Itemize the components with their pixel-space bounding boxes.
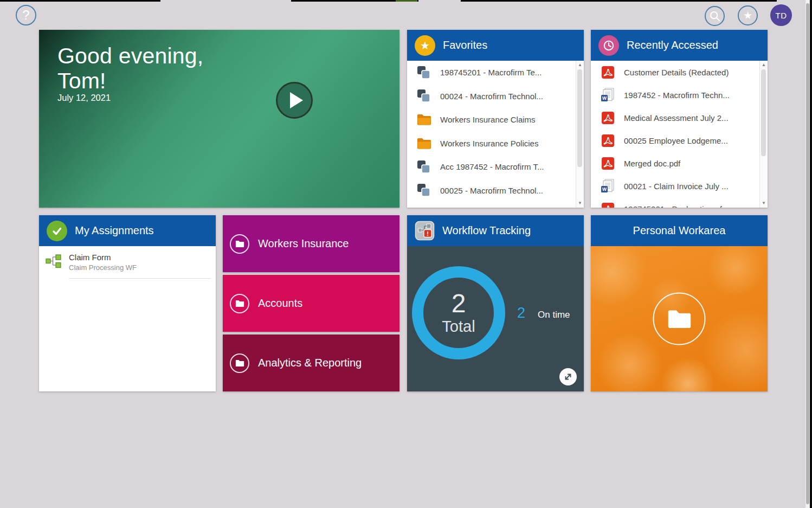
assignment-texts: Claim FormClaim Processing WF — [69, 253, 211, 279]
word-file-icon: W — [601, 88, 615, 102]
diagonal-resize-icon — [563, 372, 573, 382]
folder-icon — [417, 113, 431, 126]
recent-item[interactable]: 198745201 - Declaration of... — [591, 197, 759, 208]
assignment-item[interactable]: Claim FormClaim Processing WF — [39, 246, 216, 279]
page-scrollbar-thumb[interactable] — [806, 3, 809, 504]
expand-button[interactable] — [559, 368, 577, 385]
recent-item[interactable]: Customer Details (Redacted) — [591, 61, 759, 83]
folder-in-ring-icon — [230, 234, 249, 254]
recently-accessed-panel: Recently Accessed Customer Details (Reda… — [591, 30, 768, 208]
folder-in-ring-icon — [230, 294, 249, 313]
shortcut-tile-workers-insurance[interactable]: Workers Insurance — [223, 215, 399, 272]
assignments-list: Claim FormClaim Processing WF — [39, 246, 216, 279]
pdf-icon — [600, 111, 615, 125]
recently-accessed-scrollbar[interactable]: ▲ ▼ — [759, 61, 768, 208]
greeting-line1: Good evening, — [57, 44, 203, 69]
scrollbar-thumb[interactable] — [761, 69, 766, 156]
top-window-artifact — [461, 0, 777, 2]
pdf-file-icon — [601, 202, 615, 208]
workflow-ontime-value: 2 — [517, 305, 525, 321]
item-label: 00021 - Claim Invoice July ... — [624, 182, 729, 191]
top-window-artifact-green — [395, 0, 418, 2]
svg-text:W: W — [602, 187, 607, 192]
workflow-map-icon — [46, 253, 63, 272]
workflow-alert-icon: ! — [415, 221, 435, 241]
favorites-header: ★ Favorites — [407, 30, 584, 61]
item-label: 198745201 - Macrofirm Te... — [440, 68, 542, 77]
my-assignments-header: My Assignments — [39, 215, 216, 246]
workflow-total-value: 2 — [452, 291, 466, 317]
folder-icon — [416, 137, 431, 150]
shortcut-label: Workers Insurance — [258, 237, 349, 250]
workspace-icon — [416, 66, 431, 80]
personal-workarea-body[interactable] — [591, 246, 768, 391]
scrollbar-thumb[interactable] — [577, 69, 582, 167]
pdf-file-icon — [601, 157, 615, 170]
my-assignments-title: My Assignments — [75, 224, 154, 237]
folder-icon — [235, 300, 244, 307]
workflow-tracking-header: ! Workflow Tracking — [407, 215, 584, 246]
recent-item[interactable]: W1987452 - Macrofirm Techn... — [591, 83, 759, 106]
pdf-file-icon — [601, 111, 615, 125]
favorites-item[interactable]: Acc 1987452 - Macrofirm T... — [407, 155, 576, 179]
recent-item[interactable]: W00021 - Claim Invoice July ... — [591, 175, 759, 197]
workspace-icon — [417, 66, 431, 80]
star-icon: ★ — [743, 9, 752, 22]
workspace-icon — [416, 183, 431, 197]
personal-workarea-header: Personal Workarea — [591, 215, 768, 246]
favorites-item[interactable]: 00024 - Macrofirm Technol... — [407, 85, 576, 108]
favorites-item[interactable]: 00025 - Macrofirm Technol... — [407, 179, 576, 203]
recent-item[interactable]: Medical Assessment July 2... — [591, 106, 759, 129]
folder-icon — [416, 113, 431, 126]
scroll-down-icon[interactable]: ▼ — [576, 201, 584, 206]
favorites-scrollbar[interactable]: ▲ ▼ — [576, 61, 584, 208]
favorites-item[interactable]: Workers Insurance Claims — [407, 108, 576, 132]
pdf-file-icon — [601, 134, 615, 147]
personal-workarea-panel: Personal Workarea — [591, 215, 768, 391]
recent-item[interactable]: Merged doc.pdf — [591, 152, 759, 175]
word-file-icon: W — [601, 179, 615, 194]
greeting-date: July 12, 2021 — [57, 93, 111, 103]
scroll-up-icon[interactable]: ▲ — [760, 62, 768, 68]
screen-right-edge — [810, 0, 812, 508]
personal-workarea-title: Personal Workarea — [633, 224, 726, 237]
help-button[interactable]: ? — [16, 5, 36, 25]
pdf-icon — [600, 202, 615, 208]
favorites-panel: ★ Favorites 198745201 - Macrofirm Te... … — [407, 30, 584, 208]
scroll-down-icon[interactable]: ▼ — [760, 201, 768, 206]
user-avatar[interactable]: TD — [770, 4, 792, 26]
item-label: 00025 Employee Lodgeme... — [624, 136, 728, 145]
workspace-icon — [417, 183, 431, 197]
recent-item[interactable]: 00025 Employee Lodgeme... — [591, 129, 759, 152]
play-video-button[interactable] — [276, 82, 313, 119]
folder-in-ring-icon — [653, 293, 706, 345]
clock-icon — [598, 35, 619, 56]
recently-accessed-header: Recently Accessed — [591, 30, 768, 61]
svg-text:W: W — [602, 95, 607, 101]
favorites-item[interactable]: Workers Insurance Policies — [407, 132, 576, 156]
scroll-up-icon[interactable]: ▲ — [576, 62, 584, 68]
folder-icon — [417, 137, 431, 150]
word-icon: W — [600, 179, 615, 194]
recently-accessed-title: Recently Accessed — [627, 39, 718, 52]
shortcut-tile-analytics-reporting[interactable]: Analytics & Reporting — [223, 335, 399, 391]
avatar-initials: TD — [776, 11, 787, 20]
shortcut-tile-accounts[interactable]: Accounts — [223, 275, 399, 332]
play-icon — [290, 92, 303, 108]
question-mark-icon: ? — [22, 8, 29, 23]
item-label: Merged doc.pdf — [624, 159, 680, 168]
item-label: Acc 1987452 - Macrofirm T... — [440, 162, 544, 171]
checkmark-icon — [47, 221, 67, 241]
favorites-title: Favorites — [443, 39, 487, 52]
folder-in-ring-icon — [230, 353, 249, 373]
favorites-list: 198745201 - Macrofirm Te... 00024 - Macr… — [407, 61, 576, 208]
workspace-icon — [416, 89, 431, 103]
greeting-text: Good evening, Tom! — [57, 44, 203, 94]
search-button[interactable] — [705, 6, 725, 26]
folder-icon — [235, 359, 244, 367]
folder-icon — [235, 240, 244, 248]
favorites-button[interactable]: ★ — [738, 5, 758, 25]
workflow-total-donut[interactable]: 2 Total — [412, 266, 505, 359]
top-window-artifact — [0, 0, 160, 2]
favorites-item[interactable]: 198745201 - Macrofirm Te... — [407, 61, 576, 85]
